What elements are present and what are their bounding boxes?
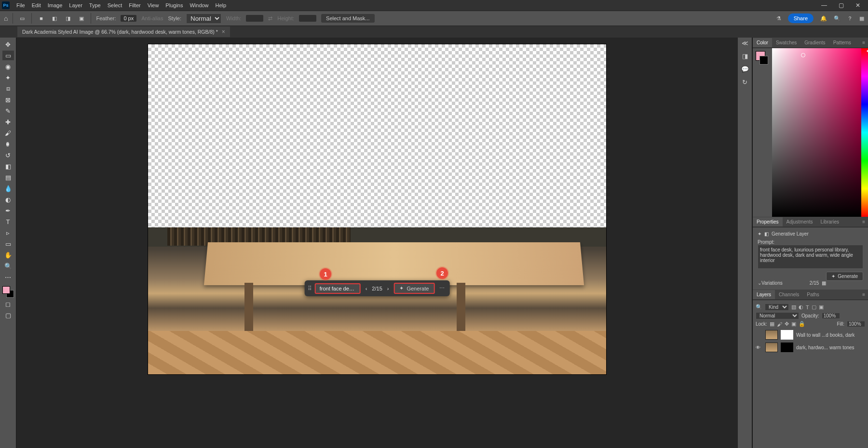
tab-adjustments[interactable]: Adjustments (783, 217, 817, 226)
filter-icon[interactable]: 🔍 (756, 304, 762, 310)
tab-color[interactable]: Color (753, 38, 772, 47)
menu-type[interactable]: Type (86, 1, 104, 9)
filter-smart-icon[interactable]: ▣ (819, 304, 824, 310)
home-icon[interactable]: ⌂ (4, 14, 8, 22)
chevron-down-icon[interactable]: ⌄ (758, 280, 761, 286)
notifications-icon[interactable]: 🔔 (820, 15, 827, 22)
maximize-icon[interactable]: ▢ (839, 2, 844, 9)
blur-tool[interactable]: 💧 (2, 184, 14, 193)
prompt-chip[interactable]: front face desk,... (315, 283, 361, 294)
type-tool[interactable]: T (2, 217, 14, 226)
hand-tool[interactable]: ✋ (2, 250, 14, 260)
quick-select-tool[interactable]: ✦ (2, 73, 14, 82)
tab-gradients[interactable]: Gradients (800, 38, 829, 47)
eyedropper-tool[interactable]: ✎ (2, 106, 14, 116)
tab-libraries[interactable]: Libraries (817, 217, 843, 226)
more-options-icon[interactable]: ⋯ (437, 285, 447, 291)
color-field[interactable] (772, 48, 861, 217)
search-icon[interactable]: 🔍 (834, 15, 841, 22)
menu-layer[interactable]: Layer (66, 1, 85, 9)
frame-tool[interactable]: ⊠ (2, 95, 14, 105)
filter-kind-select[interactable]: Kind (765, 303, 789, 311)
clone-stamp-tool[interactable]: ⧯ (2, 139, 14, 149)
foreground-swatch[interactable] (2, 286, 10, 294)
dodge-tool[interactable]: ◐ (2, 195, 14, 204)
screen-mode-icon[interactable]: ▢ (2, 310, 14, 320)
lock-all-icon[interactable]: 🔒 (799, 321, 805, 327)
menu-edit[interactable]: Edit (29, 1, 44, 9)
blend-mode-select[interactable]: Normal (756, 312, 799, 319)
next-variation-icon[interactable]: › (385, 286, 391, 291)
path-select-tool[interactable]: ▹ (2, 228, 14, 237)
lasso-tool[interactable]: ◉ (2, 62, 14, 71)
lock-trans-icon[interactable]: ▦ (770, 321, 774, 327)
filter-pixel-icon[interactable]: ▧ (791, 304, 796, 310)
tab-close-icon[interactable]: × (222, 28, 225, 35)
marquee-tool-icon[interactable]: ▭ (18, 14, 27, 23)
panel-icon[interactable]: ◨ (742, 53, 748, 60)
menu-image[interactable]: Image (45, 1, 66, 9)
document-tab[interactable]: Dark Academia Styled AI Image @ 66.7% (d… (17, 26, 230, 37)
visibility-toggle[interactable]: 👁 (756, 345, 762, 350)
tab-properties[interactable]: Properties (753, 217, 783, 226)
generate-button-panel[interactable]: ✦ Generate (826, 272, 863, 281)
minimize-icon[interactable]: — (821, 2, 827, 9)
prompt-textarea[interactable]: front face desk, luxurious personal libr… (758, 245, 863, 269)
brush-tool[interactable]: 🖌 (2, 128, 14, 138)
menu-view[interactable]: View (145, 1, 162, 9)
history-icon[interactable]: ↻ (742, 79, 747, 86)
tab-paths[interactable]: Paths (803, 290, 823, 299)
quick-mask-icon[interactable]: ◻ (2, 299, 14, 309)
menu-select[interactable]: Select (105, 1, 125, 9)
panel-menu-icon[interactable]: ≡ (859, 39, 868, 46)
layer-row[interactable]: Wall to wall ...d books, dark (756, 329, 865, 341)
filter-adjust-icon[interactable]: ◐ (799, 304, 803, 310)
opacity-input[interactable] (822, 313, 840, 319)
filter-type-icon[interactable]: T (806, 304, 809, 310)
contextual-task-bar[interactable]: ⠿ front face desk,... ‹ 2/15 › ✦ Generat… (305, 280, 450, 296)
zoom-tool[interactable]: 🔍 (2, 261, 14, 271)
selection-intersect-icon[interactable]: ▣ (77, 14, 86, 23)
tab-channels[interactable]: Channels (775, 290, 803, 299)
healing-brush-tool[interactable]: ✚ (2, 117, 14, 127)
fill-input[interactable] (847, 321, 865, 327)
gradient-tool[interactable]: ▤ (2, 172, 14, 182)
move-tool[interactable]: ✥ (2, 40, 14, 49)
layer-row[interactable]: 👁 dark, hardwo... warm tones (756, 341, 865, 354)
background-color[interactable] (760, 56, 768, 65)
tab-layers[interactable]: Layers (753, 290, 775, 299)
eraser-tool[interactable]: ◧ (2, 161, 14, 171)
lock-move-icon[interactable]: ✥ (785, 321, 789, 327)
panel-menu-icon[interactable]: ≡ (859, 218, 868, 225)
close-icon[interactable]: ✕ (855, 2, 860, 9)
select-and-mask-button[interactable]: Select and Mask... (321, 14, 375, 23)
tab-patterns[interactable]: Patterns (829, 38, 855, 47)
marquee-tool[interactable]: ▭ (2, 51, 14, 60)
menu-file[interactable]: File (14, 1, 28, 9)
flask-icon[interactable]: ⚗ (776, 15, 781, 22)
help-icon[interactable]: ？ (847, 15, 853, 22)
crop-tool[interactable]: ⧈ (2, 84, 14, 93)
menu-window[interactable]: Window (187, 1, 211, 9)
workspace-switcher-icon[interactable]: ▦ (859, 15, 864, 22)
more-tools-icon[interactable]: ⋯ (2, 272, 14, 282)
history-brush-tool[interactable]: ↺ (2, 150, 14, 160)
menu-filter[interactable]: Filter (126, 1, 143, 9)
feather-input[interactable]: 0 px (121, 15, 136, 22)
panel-menu-icon[interactable]: ≡ (859, 291, 868, 298)
selection-new-icon[interactable]: ■ (37, 14, 45, 23)
hue-slider[interactable] (861, 48, 868, 217)
pen-tool[interactable]: ✒ (2, 206, 14, 215)
canvas[interactable]: ⠿ front face desk,... ‹ 2/15 › ✦ Generat… (148, 44, 606, 374)
share-button[interactable]: Share (788, 13, 814, 23)
rectangle-tool[interactable]: ▭ (2, 239, 14, 249)
tab-swatches[interactable]: Swatches (772, 38, 800, 47)
style-select[interactable]: Normal (186, 13, 221, 24)
collapse-panels-icon[interactable]: ≪ (742, 40, 748, 47)
prev-variation-icon[interactable]: ‹ (364, 286, 369, 291)
grid-view-icon[interactable]: ▦ (822, 280, 826, 286)
menu-plugins[interactable]: Plugins (163, 1, 186, 9)
lock-brush-icon[interactable]: 🖌 (777, 321, 782, 327)
color-swatches[interactable] (2, 286, 14, 298)
menu-help[interactable]: Help (213, 1, 230, 9)
